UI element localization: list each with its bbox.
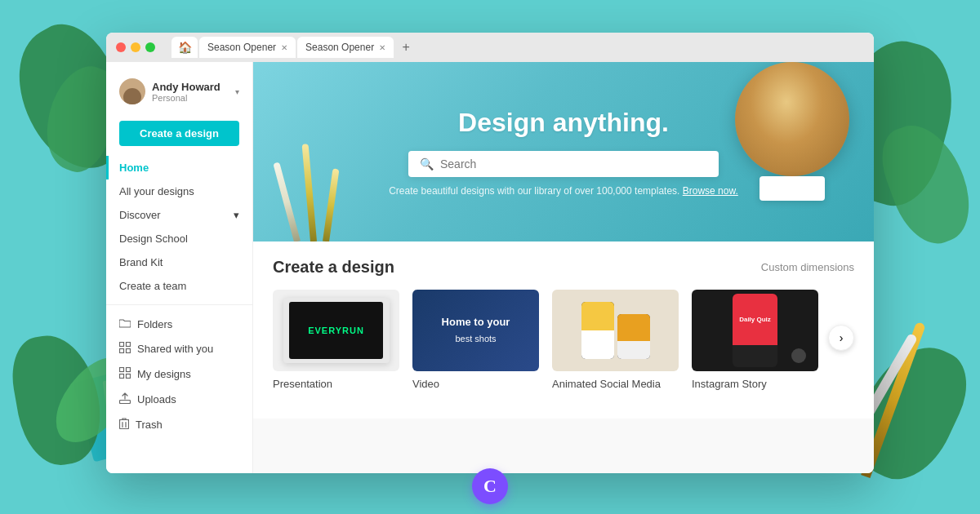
sidebar-item-folders-label: Folders xyxy=(137,318,172,330)
template-card-instagram[interactable]: Daily Quiz Instagram Story xyxy=(692,290,818,402)
sidebar-item-shared[interactable]: Shared with you xyxy=(106,336,252,361)
sidebar-item-create-team-label: Create a team xyxy=(119,280,186,292)
sidebar-item-my-designs-label: My designs xyxy=(137,368,191,380)
tab-1-close[interactable]: ✕ xyxy=(281,43,287,52)
shared-icon xyxy=(119,342,131,356)
sidebar-item-trash-label: Trash xyxy=(136,419,163,431)
template-card-presentation[interactable]: EVERYRUN Presentation xyxy=(273,290,399,402)
browser-body: Andy Howard Personal ▾ Create a design H… xyxy=(106,62,874,473)
user-chevron-icon: ▾ xyxy=(235,87,239,96)
home-tab[interactable]: 🏠 xyxy=(172,37,198,58)
my-designs-icon xyxy=(119,367,131,381)
svg-rect-0 xyxy=(120,343,124,347)
sidebar-item-create-team[interactable]: Create a team xyxy=(106,274,252,298)
hero-coffee-decoration xyxy=(719,62,849,209)
sidebar-item-all-designs[interactable]: All your designs xyxy=(106,179,252,203)
template-thumb-presentation: EVERYRUN xyxy=(273,290,399,371)
templates-grid: EVERYRUN Presentation Home to your xyxy=(273,290,818,402)
svg-rect-5 xyxy=(127,368,131,372)
new-tab-button[interactable]: + xyxy=(395,37,416,58)
sidebar-item-brand-kit[interactable]: Brand Kit xyxy=(106,250,252,274)
hero-subtitle: Create beautiful designs with our librar… xyxy=(389,185,738,197)
search-bar: 🔍 xyxy=(408,151,719,177)
sidebar-item-discover[interactable]: Discover ▾ xyxy=(106,203,252,227)
template-card-video[interactable]: Home to your best shots Video xyxy=(412,290,539,402)
user-plan: Personal xyxy=(152,93,229,103)
traffic-lights xyxy=(116,42,155,52)
templates-next-button[interactable]: › xyxy=(828,325,854,351)
upload-icon xyxy=(119,392,131,406)
sidebar-item-uploads[interactable]: Uploads xyxy=(106,387,252,412)
template-label-video: Video xyxy=(412,378,539,390)
tab-2-close[interactable]: ✕ xyxy=(379,43,385,52)
sidebar-item-my-designs[interactable]: My designs xyxy=(106,361,252,387)
browser-window: 🏠 Season Opener ✕ Season Opener ✕ + Andy… xyxy=(106,33,874,473)
template-thumb-instagram: Daily Quiz xyxy=(692,290,818,371)
maximize-button[interactable] xyxy=(145,42,155,52)
sidebar-item-folders[interactable]: Folders xyxy=(106,312,252,336)
svg-rect-2 xyxy=(120,349,124,353)
custom-dimensions-button[interactable]: Custom dimensions xyxy=(761,261,854,273)
template-thumb-video: Home to your best shots xyxy=(412,290,539,371)
template-label-social: Animated Social Media xyxy=(552,378,679,390)
main-content: Design anything. 🔍 Create beautiful desi… xyxy=(253,62,874,473)
svg-rect-4 xyxy=(120,368,124,372)
hero-subtitle-text: Create beautiful designs with our librar… xyxy=(389,185,679,197)
trash-icon xyxy=(119,418,129,432)
tab-2[interactable]: Season Opener ✕ xyxy=(297,37,394,58)
minimize-button[interactable] xyxy=(131,42,140,52)
svg-rect-6 xyxy=(120,374,124,379)
template-card-social[interactable]: Animated Social Media xyxy=(552,290,679,402)
sidebar: Andy Howard Personal ▾ Create a design H… xyxy=(106,62,253,473)
browser-titlebar: 🏠 Season Opener ✕ Season Opener ✕ + xyxy=(106,33,874,62)
hero-title: Design anything. xyxy=(458,108,669,138)
tab-bar: 🏠 Season Opener ✕ Season Opener ✕ + xyxy=(172,37,416,58)
template-label-instagram: Instagram Story xyxy=(692,378,818,390)
svg-rect-8 xyxy=(120,401,131,404)
user-name: Andy Howard xyxy=(152,81,229,93)
sidebar-item-design-school[interactable]: Design School xyxy=(106,227,252,250)
sidebar-item-uploads-label: Uploads xyxy=(137,393,176,405)
browse-now-link[interactable]: Browse now. xyxy=(683,185,738,197)
svg-rect-9 xyxy=(120,420,129,429)
svg-rect-3 xyxy=(127,349,131,353)
sidebar-item-all-designs-label: All your designs xyxy=(119,185,194,197)
nav-divider xyxy=(106,304,252,305)
canva-logo: C xyxy=(472,468,508,504)
svg-rect-1 xyxy=(127,343,131,347)
avatar xyxy=(119,78,145,104)
template-label-presentation: Presentation xyxy=(273,378,399,390)
hero-banner: Design anything. 🔍 Create beautiful desi… xyxy=(253,62,874,241)
template-thumb-social xyxy=(552,290,679,371)
sidebar-item-design-school-label: Design School xyxy=(119,233,188,245)
tab-2-label: Season Opener xyxy=(305,42,374,53)
sidebar-item-discover-label: Discover xyxy=(119,209,161,221)
tab-1-label: Season Opener xyxy=(207,42,276,53)
user-section[interactable]: Andy Howard Personal ▾ xyxy=(106,72,252,111)
sidebar-item-trash[interactable]: Trash xyxy=(106,412,252,437)
search-icon: 🔍 xyxy=(420,157,434,171)
sidebar-item-home-label: Home xyxy=(119,162,149,174)
tab-1[interactable]: Season Opener ✕ xyxy=(199,37,296,58)
sidebar-item-brand-kit-label: Brand Kit xyxy=(119,256,163,268)
create-design-button[interactable]: Create a design xyxy=(119,121,239,146)
sidebar-item-shared-label: Shared with you xyxy=(137,343,213,355)
user-info: Andy Howard Personal xyxy=(152,81,229,103)
discover-chevron-icon: ▾ xyxy=(234,209,239,221)
section-title: Create a design xyxy=(273,258,394,277)
close-button[interactable] xyxy=(116,42,126,52)
sidebar-item-home[interactable]: Home xyxy=(106,156,252,179)
create-design-section: Create a design Custom dimensions EVERYR… xyxy=(253,241,874,419)
folder-icon xyxy=(119,317,131,330)
section-header: Create a design Custom dimensions xyxy=(273,258,854,277)
search-input[interactable] xyxy=(440,157,707,171)
svg-rect-7 xyxy=(127,374,131,379)
